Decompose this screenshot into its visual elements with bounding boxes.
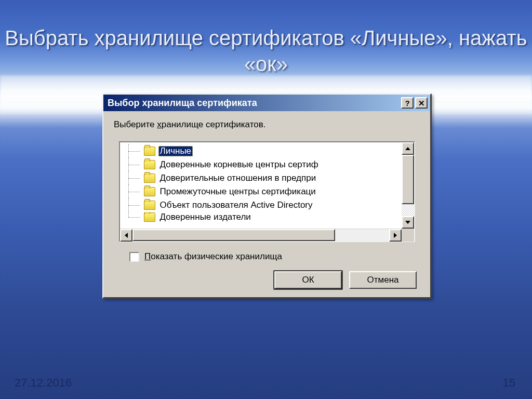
hscroll-thumb[interactable] <box>132 229 335 241</box>
tree-item-label: Объект пользователя Active Directory <box>158 200 314 210</box>
dialog-titlebar[interactable]: Выбор хранилища сертификата ? ✕ <box>103 95 430 111</box>
tree-item[interactable]: Промежуточные центры сертификаци <box>126 185 414 198</box>
chevron-down-icon <box>405 221 410 224</box>
cert-store-tree[interactable]: ЛичныеДоверенные корневые центры сертифД… <box>119 141 415 242</box>
tree-item-label: Доверенные корневые центры сертиф <box>158 159 320 170</box>
scroll-up-button[interactable] <box>402 142 414 155</box>
cancel-button[interactable]: Отмена <box>349 271 417 289</box>
ok-button[interactable]: ОК <box>274 271 342 289</box>
folder-icon <box>144 212 155 222</box>
checkbox-label: Показать физические хранилища <box>144 251 282 262</box>
cert-store-dialog: Выбор хранилища сертификата ? ✕ Выберите… <box>102 94 432 299</box>
scroll-corner <box>402 229 414 242</box>
folder-icon <box>144 147 155 156</box>
question-icon: ? <box>405 99 409 107</box>
vscroll-track[interactable] <box>402 155 414 216</box>
vertical-scrollbar[interactable] <box>402 142 414 229</box>
checkbox-box-icon[interactable] <box>129 252 139 262</box>
folder-icon <box>144 187 155 196</box>
tree-item-label: Доверительные отношения в предпри <box>158 173 318 183</box>
show-physical-checkbox[interactable]: Показать физические хранилища <box>129 251 420 262</box>
chevron-right-icon <box>394 233 397 238</box>
scroll-left-button[interactable] <box>120 229 132 242</box>
close-button[interactable]: ✕ <box>415 97 428 109</box>
folder-icon <box>144 160 155 169</box>
scroll-right-button[interactable] <box>389 229 402 242</box>
dialog-body: Выберите хранилище сертификатов. ЛичныеД… <box>103 111 430 297</box>
tree-item[interactable]: Личные <box>126 144 414 158</box>
tree-item-label: Доверенные издатели <box>158 212 252 222</box>
horizontal-scrollbar[interactable] <box>120 229 414 241</box>
help-button[interactable]: ? <box>401 97 414 109</box>
slide-footer-page: 15 <box>503 376 515 390</box>
tree-item-label: Промежуточные центры сертификаци <box>158 187 317 197</box>
vscroll-thumb[interactable] <box>402 155 414 204</box>
close-icon: ✕ <box>418 99 425 107</box>
tree-item[interactable]: Доверительные отношения в предпри <box>126 171 414 185</box>
chevron-left-icon <box>125 233 128 238</box>
chevron-up-icon <box>405 147 410 150</box>
scroll-down-button[interactable] <box>402 216 414 229</box>
tree-item-label: Личные <box>158 146 193 156</box>
tree-item[interactable]: Объект пользователя Active Directory <box>126 198 414 212</box>
tree-item[interactable]: Доверенные корневые центры сертиф <box>126 158 414 171</box>
dialog-button-row: ОК Отмена <box>114 271 420 289</box>
slide-footer-date: 27.12.2016 <box>15 376 72 390</box>
slide-title: Выбрать хранилище сертификатов «Личные»,… <box>0 25 532 77</box>
dialog-title-text: Выбор хранилища сертификата <box>108 98 400 109</box>
hscroll-track[interactable] <box>132 229 389 241</box>
folder-icon <box>144 174 155 183</box>
folder-icon <box>144 201 155 210</box>
tree-item[interactable]: Доверенные издатели <box>126 212 414 222</box>
instruction-text: Выберите хранилище сертификатов. <box>114 119 420 130</box>
